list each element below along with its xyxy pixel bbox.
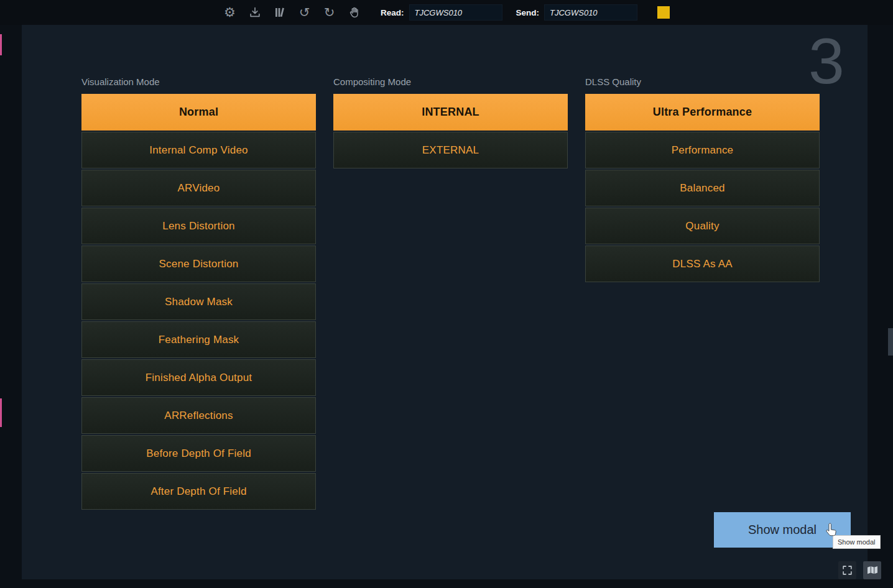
option-list: Ultra Performance Performance Balanced Q… — [585, 94, 820, 282]
map-icon[interactable] — [863, 561, 881, 579]
read-input[interactable] — [409, 4, 502, 21]
option-button[interactable]: Before Depth Of Field — [81, 435, 316, 472]
show-modal-tooltip: Show modal — [833, 535, 881, 549]
option-button[interactable]: Ultra Performance — [585, 94, 820, 131]
option-button[interactable]: INTERNAL — [333, 94, 568, 131]
refresh-icon[interactable]: ↻ — [322, 4, 336, 21]
option-button[interactable]: Balanced — [585, 170, 820, 206]
corner-icon-group — [838, 561, 881, 579]
group-label: Compositing Mode — [333, 76, 568, 88]
io-cluster: Read: Send: — [381, 0, 670, 25]
option-button[interactable]: Normal — [81, 94, 316, 131]
option-button[interactable]: After Depth Of Field — [81, 473, 316, 510]
option-list: Normal Internal Comp Video ARVideo Lens … — [81, 94, 316, 510]
group-label: DLSS Quality — [585, 76, 820, 88]
download-icon[interactable] — [248, 4, 262, 21]
option-button[interactable]: ARReflections — [81, 397, 316, 434]
send-label: Send: — [516, 8, 540, 17]
option-button[interactable]: Lens Distortion — [81, 208, 316, 244]
topbar-icon-group: ⚙ ↺ ↻ — [223, 0, 361, 25]
option-button[interactable]: Finished Alpha Output — [81, 359, 316, 396]
topbar: ⚙ ↺ ↻ Read: Send: — [0, 0, 893, 25]
compositing-mode-group: Compositing Mode INTERNAL EXTERNAL — [333, 76, 568, 168]
group-label: Visualization Mode — [81, 76, 316, 88]
library-icon[interactable] — [272, 4, 287, 21]
option-button[interactable]: Scene Distortion — [81, 246, 316, 282]
option-button[interactable]: EXTERNAL — [333, 132, 568, 168]
read-label: Read: — [381, 8, 404, 17]
option-button[interactable]: ARVideo — [81, 170, 316, 206]
send-input[interactable] — [544, 4, 637, 21]
gear-icon[interactable]: ⚙ — [223, 4, 237, 21]
history-icon[interactable]: ↺ — [297, 4, 312, 21]
edge-marker — [0, 398, 2, 427]
option-button[interactable]: Performance — [585, 132, 820, 168]
option-button[interactable]: Internal Comp Video — [81, 132, 316, 168]
visualization-mode-group: Visualization Mode Normal Internal Comp … — [81, 76, 316, 510]
edge-marker — [0, 34, 2, 55]
status-indicator — [657, 6, 670, 19]
option-button[interactable]: Shadow Mask — [81, 283, 316, 320]
scrollbar-thumb[interactable] — [888, 328, 893, 356]
mouse-cursor-icon — [825, 523, 838, 540]
hand-icon[interactable] — [347, 4, 361, 21]
option-button[interactable]: Feathering Mask — [81, 321, 316, 358]
option-button[interactable]: Quality — [585, 208, 820, 244]
option-button[interactable]: DLSS As AA — [585, 246, 820, 282]
option-list: INTERNAL EXTERNAL — [333, 94, 568, 168]
dlss-quality-group: DLSS Quality Ultra Performance Performan… — [585, 76, 820, 282]
fullscreen-icon[interactable] — [838, 561, 856, 579]
